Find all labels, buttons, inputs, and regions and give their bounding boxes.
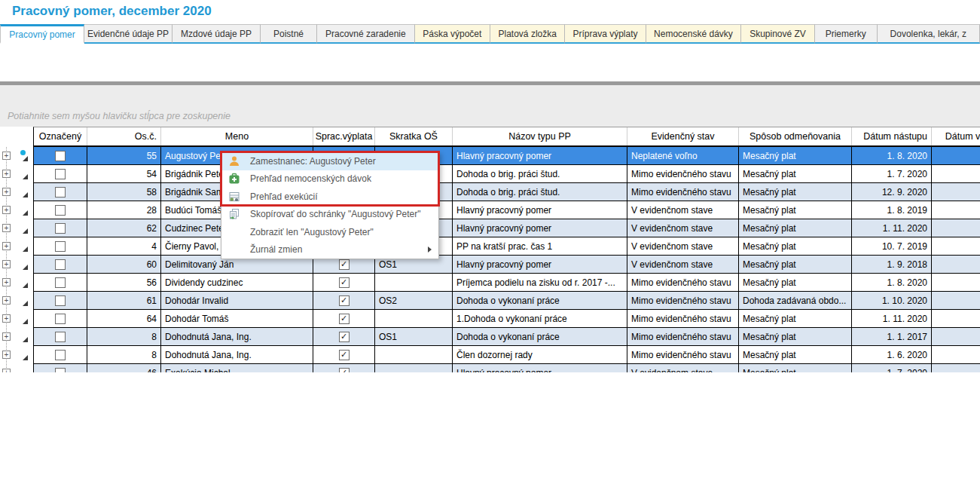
cell-meno: Dividendy cudzinec — [161, 274, 313, 291]
cell-datum-nastupu: 1. 7. 2020 — [852, 165, 932, 182]
tab-nemocensk-d-vky[interactable]: Nemocenské dávky — [646, 24, 742, 44]
table-row[interactable]: 8Dohodnutá Jana, Ing.✓OS1Dohoda o vykona… — [33, 328, 980, 346]
tab-poistn[interactable]: Poistné — [261, 24, 317, 44]
menu-item-preh-ad-exek-ci[interactable]: Prehľad exekúcií — [221, 188, 438, 206]
expand-plus-icon[interactable]: + — [2, 224, 11, 232]
checkbox[interactable]: ✓ — [339, 314, 350, 324]
tab-pr-prava-v-platy[interactable]: Príprava výplaty — [565, 24, 646, 44]
expand-plus-icon[interactable]: + — [2, 369, 11, 372]
medkit-icon — [228, 173, 240, 185]
row-marker-triangle-icon — [23, 228, 28, 234]
checkbox[interactable] — [55, 314, 66, 324]
checkbox[interactable]: ✓ — [339, 350, 350, 360]
column-header-eviden-n-stav[interactable]: Evidenčný stav — [627, 127, 739, 145]
table-row[interactable]: 55Augustový Peter✓OS1Hlavný pracovný pom… — [33, 147, 980, 165]
cell-osc: 4 — [87, 237, 161, 255]
checkbox[interactable] — [55, 223, 66, 234]
checkbox[interactable]: ✓ — [339, 368, 350, 373]
checkbox[interactable] — [55, 169, 66, 179]
tab-dovolenka-lek-r-z[interactable]: Dovolenka, lekár, z — [878, 24, 980, 44]
checkbox[interactable] — [55, 332, 66, 342]
group-by-panel[interactable]: Potiahnite sem myšou hlavičku stĺpca pre… — [0, 85, 980, 127]
cell-datum-nastupu: 1. 9. 2018 — [852, 256, 932, 273]
tab-mzdov-daje-pp[interactable]: Mzdové údaje PP — [172, 24, 261, 44]
expand-plus-icon[interactable]: + — [2, 296, 11, 305]
menu-item-skop-rova-do-schr-nky-augustov-peter[interactable]: Skopírovať do schránky "Augustový Peter" — [221, 206, 438, 224]
column-header-skratka-o[interactable]: Skratka OŠ — [375, 127, 453, 145]
menu-item-urn-l-zmien[interactable]: Žurnál zmien — [221, 241, 438, 259]
checkbox[interactable] — [55, 277, 66, 288]
menu-item-label: Žurnál zmien — [250, 244, 302, 255]
column-header-d-tum-v-stupu[interactable]: Dátum výstupu — [932, 127, 980, 145]
checkbox[interactable] — [55, 151, 66, 161]
table-row[interactable]: 56Dividendy cudzinec✓Príjemca podielu na… — [33, 274, 980, 292]
menu-item-zamestnanec-augustov-peter[interactable]: Zamestnanec: Augustový Peter — [221, 152, 438, 170]
cell-oznaceny-checkbox — [34, 201, 87, 219]
expand-plus-icon[interactable]: + — [2, 152, 11, 160]
checkbox[interactable]: ✓ — [339, 295, 350, 306]
column-header-n-zov-typu-pp[interactable]: Názov typu PP — [453, 127, 627, 145]
checkbox[interactable]: ✓ — [339, 332, 350, 342]
checkbox[interactable] — [55, 241, 66, 252]
checkbox[interactable] — [55, 205, 66, 216]
checkbox[interactable] — [55, 295, 66, 306]
table-row[interactable]: 54Brigádnik Peter✓Dohoda o brig. práci š… — [33, 165, 980, 183]
tab-priemerky[interactable]: Priemerky — [815, 24, 878, 44]
cell-nazov-typu-pp: Dohoda o brig. práci štud. — [453, 165, 627, 182]
checkbox[interactable] — [55, 368, 66, 373]
executions-list-icon — [228, 191, 240, 203]
table-row[interactable]: 58Brigádnik Samuel✓Dohoda o brig. práci … — [33, 183, 980, 201]
table-row[interactable]: 60Delimitovaný Ján✓OS1Hlavný pracovný po… — [33, 256, 980, 274]
table-row[interactable]: 8Dohodnutá Jana, Ing.✓Člen dozornej rady… — [33, 346, 980, 364]
checkbox[interactable] — [55, 259, 66, 270]
expand-plus-icon[interactable]: + — [2, 242, 11, 250]
tab-eviden-n-daje-pp[interactable]: Evidenčné údaje PP — [84, 24, 172, 44]
column-header-meno[interactable]: Meno — [161, 127, 313, 145]
column-header-d-tum-n-stupu[interactable]: Dátum nástupu — [852, 127, 932, 145]
cell-sposob-odmenovania: Mesačný plat — [739, 165, 852, 182]
expand-plus-icon[interactable]: + — [2, 260, 11, 268]
cell-sprac-vyplata-checkbox: ✓ — [313, 364, 375, 372]
cell-sposob-odmenovania: Mesačný plat — [739, 201, 852, 219]
table-row[interactable]: 64Dohodár Tomáš✓1.Dohoda o vykonaní prác… — [33, 310, 980, 328]
expand-plus-icon[interactable]: + — [2, 188, 11, 196]
table-row[interactable]: 28Budúci Tomáš✓Hlavný pracovný pomerV ev… — [33, 201, 980, 219]
cell-datum-nastupu: 10. 7. 2019 — [852, 237, 932, 255]
tab-skupinov-zv[interactable]: Skupinové ZV — [741, 24, 814, 44]
tab-pracovn-pomer[interactable]: Pracovný pomer — [0, 24, 84, 44]
table-row[interactable]: 62Cudzinec Peter✓Hlavný pracovný pomerV … — [33, 219, 980, 237]
expand-plus-icon[interactable]: + — [2, 278, 11, 286]
expand-plus-icon[interactable]: + — [2, 314, 11, 323]
checkbox[interactable] — [55, 350, 66, 360]
submenu-arrow-icon — [428, 246, 432, 253]
cell-skratka-os — [375, 274, 453, 291]
cell-datum-nastupu: 1. 11. 2020 — [852, 310, 932, 327]
tab-platov-zlo-ka[interactable]: Platová zložka — [490, 24, 565, 44]
table-row[interactable]: 4Čierny Pavol, Ing.✓PP na kratší prac. č… — [33, 237, 980, 256]
column-header-ozna-en[interactable]: Označený — [34, 127, 87, 145]
table-row[interactable]: 46Exekúcia Michal✓Hlavný pracovný pomerV… — [33, 364, 980, 372]
active-row-dot-icon — [20, 150, 26, 155]
menu-item-preh-ad-nemocensk-ch-d-vok[interactable]: Prehľad nemocenských dávok — [221, 170, 438, 188]
table-row[interactable]: 61Dohodár Invalid✓OS2Dohoda o vykonaní p… — [33, 292, 980, 310]
expand-plus-icon[interactable]: + — [2, 351, 11, 359]
tab-pracovn-zaradenie[interactable]: Pracovné zaradenie — [317, 24, 415, 44]
cell-evidencny-stav: V evidenčnom stave — [627, 219, 739, 237]
tab-p-ska-v-po-et[interactable]: Páska výpočet — [415, 24, 490, 44]
column-header-sp-sob-odme-ovania[interactable]: Spôsob odmeňovania — [739, 127, 852, 145]
cell-sposob-odmenovania: Mesačný plat — [739, 219, 852, 237]
expand-plus-icon[interactable]: + — [2, 170, 11, 178]
checkbox[interactable] — [55, 187, 66, 197]
checkbox[interactable]: ✓ — [339, 277, 350, 288]
cell-datum-vystupu — [932, 292, 980, 309]
row-gutter: +++++++++++++ — [0, 127, 33, 372]
column-header-sprac-v-plata[interactable]: Sprac.výplata — [313, 127, 375, 145]
cell-nazov-typu-pp: PP na kratší prac. čas 1 — [453, 237, 627, 255]
expand-plus-icon[interactable]: + — [2, 206, 11, 214]
expand-plus-icon[interactable]: + — [2, 332, 11, 341]
column-header-os[interactable]: Os.č. — [87, 127, 161, 145]
menu-item-zobrazi-len-augustov-peter[interactable]: Zobraziť len "Augustový Peter" — [221, 223, 438, 241]
checkbox[interactable]: ✓ — [339, 259, 350, 270]
cell-oznaceny-checkbox — [34, 364, 87, 372]
cell-sposob-odmenovania: Mesačný plat — [739, 256, 852, 273]
